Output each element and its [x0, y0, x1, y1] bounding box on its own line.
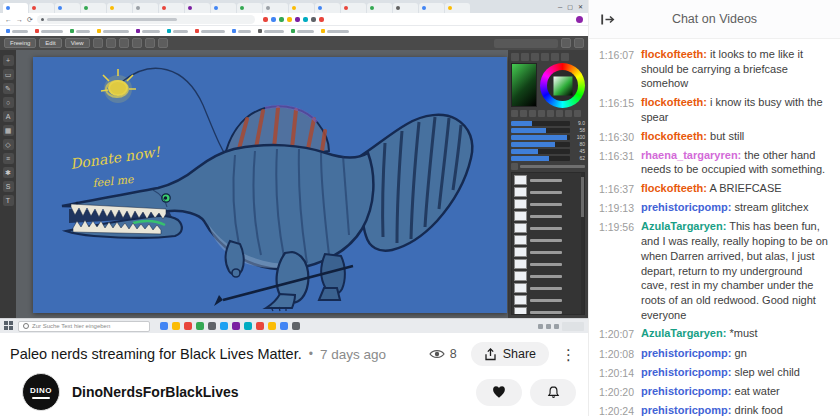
slider-value: 100 — [572, 135, 585, 140]
layer-thumbnail — [514, 259, 527, 269]
layer-row — [514, 187, 579, 197]
chat-username[interactable]: AzulaTargaryen: — [641, 220, 726, 232]
paint-tool-icon: ▦ — [3, 125, 14, 136]
tab-favicon-icon — [396, 6, 400, 10]
chat-username[interactable]: flockofteeth: — [641, 182, 707, 194]
channel-name[interactable]: DinoNerdsForBlackLives — [72, 384, 239, 400]
extension-icon — [287, 17, 292, 22]
chat-username[interactable]: flockofteeth: — [641, 48, 707, 60]
layer-label-placeholder — [530, 191, 562, 194]
donate-text: Donate now! — [69, 143, 162, 172]
chat-username[interactable]: flockofteeth: — [641, 130, 707, 142]
notifications-bell-button[interactable] — [530, 379, 576, 406]
bookmark-item — [97, 29, 129, 33]
channel-avatar[interactable]: DINO — [22, 373, 60, 411]
browser-tab — [185, 3, 210, 13]
chat-message-text: This has been fun, and I was really, rea… — [641, 220, 828, 320]
chat-message: 1:16:31rhaena_targaryren: the other hand… — [599, 148, 830, 177]
paint-tool-icon: + — [3, 55, 14, 66]
toolbar-icon — [561, 38, 571, 48]
browser-tab — [263, 3, 288, 13]
chat-message-content: flockofteeth: it looks to me like it sho… — [641, 47, 830, 91]
heart-icon — [491, 385, 507, 399]
bookmark-label-placeholder — [201, 30, 225, 33]
slider-value: 45 — [572, 149, 585, 154]
bookmark-favicon-icon — [291, 29, 295, 33]
windows-taskbar: Zur Suche Text hier eingeben — [0, 318, 588, 333]
paint-tool-icon: ✱ — [3, 167, 14, 178]
chat-username[interactable]: prehistoricpomp: — [641, 201, 731, 213]
chat-timestamp: 1:20:08 — [599, 346, 641, 361]
chat-message: 1:20:20prehistoricpomp: eat water — [599, 384, 830, 399]
lock-icon — [41, 18, 44, 21]
video-title: Paleo nerds streaming for Black Lives Ma… — [10, 346, 302, 362]
slider-value: 9.0 — [572, 121, 585, 126]
chat-username[interactable]: AzulaTargaryen: — [641, 327, 726, 339]
follow-heart-button[interactable] — [476, 379, 522, 406]
layer-label-placeholder — [530, 275, 562, 278]
video-player[interactable]: ─ ▢ ✕ ← → ⟳ FreeingEditView — [0, 0, 588, 333]
bookmark-item — [195, 29, 225, 33]
bookmark-favicon-icon — [195, 29, 199, 33]
more-options-icon[interactable]: ⋮ — [561, 347, 576, 362]
chat-username[interactable]: prehistoricpomp: — [641, 347, 731, 359]
bell-icon — [546, 385, 561, 400]
browser-tab — [367, 3, 392, 13]
toolbar-icon — [93, 38, 103, 48]
paint-tool-icon: S — [3, 181, 14, 192]
taskbar-app-icon — [208, 322, 216, 330]
maximize-icon: ▢ — [567, 3, 573, 10]
slider-track — [511, 135, 570, 140]
extension-icon — [271, 17, 276, 22]
color-wheel — [540, 63, 585, 108]
chat-message: 1:16:07flockofteeth: it looks to me like… — [599, 47, 830, 91]
toolbar-icon — [145, 38, 155, 48]
taskbar-app-icon — [256, 322, 264, 330]
close-icon: ✕ — [578, 3, 583, 10]
profile-avatar-icon — [576, 16, 583, 23]
layer-row — [514, 235, 579, 245]
chat-message-content: flockofteeth: but still — [641, 129, 830, 144]
chat-message: 1:19:13prehistoricpomp: stream glitchex — [599, 200, 830, 215]
chat-message-content: prehistoricpomp: slep wel child — [641, 365, 830, 380]
layer-thumbnail — [514, 211, 527, 221]
chat-username[interactable]: prehistoricpomp: — [641, 366, 731, 378]
paint-side-panel: 9.058100804562 — [508, 50, 588, 318]
slider-fill — [511, 142, 555, 147]
share-button-label: Share — [503, 347, 536, 361]
paint-tool-icon: T — [3, 195, 14, 206]
share-button[interactable]: Share — [471, 342, 549, 366]
chat-username[interactable]: flockofteeth: — [641, 96, 707, 108]
slider-fill — [511, 135, 567, 140]
chat-message: 1:20:07AzulaTargaryen: *must — [599, 326, 830, 341]
slider-track — [511, 121, 570, 126]
browser-tab — [393, 3, 418, 13]
tab-favicon-icon — [292, 6, 296, 10]
toolbar-icon — [119, 38, 129, 48]
layer-row — [514, 223, 579, 233]
toolbar-extra — [494, 39, 558, 48]
slider-value: 62 — [572, 156, 585, 161]
brush-slider: 62 — [511, 156, 585, 161]
minimize-icon: ─ — [558, 4, 562, 10]
chat-username[interactable]: rhaena_targaryren: — [641, 149, 741, 161]
taskbar-search-text: Zur Suche Text hier eingeben — [32, 323, 110, 329]
chat-username[interactable]: prehistoricpomp: — [641, 404, 731, 416]
chat-username[interactable]: prehistoricpomp: — [641, 385, 731, 397]
avatar-logo-underline — [32, 397, 50, 399]
layer-label-placeholder — [530, 263, 562, 266]
slider-fill — [511, 121, 532, 126]
taskbar-clock — [562, 322, 584, 331]
chat-timestamp: 1:19:56 — [599, 219, 641, 322]
layer-label-placeholder — [530, 203, 562, 206]
color-gradient-box — [511, 63, 537, 107]
browser-tab — [55, 3, 80, 13]
chat-message-text: *must — [726, 327, 757, 339]
layer-row — [514, 247, 579, 257]
start-button-icon — [4, 321, 14, 331]
chat-panel: Chat on Videos 1:16:07flockofteeth: it l… — [588, 0, 840, 416]
paint-app-toolbar: FreeingEditView — [0, 36, 588, 50]
tab-favicon-icon — [136, 6, 140, 10]
page: ─ ▢ ✕ ← → ⟳ FreeingEditView — [0, 0, 840, 416]
collapse-chat-icon[interactable] — [600, 13, 615, 26]
